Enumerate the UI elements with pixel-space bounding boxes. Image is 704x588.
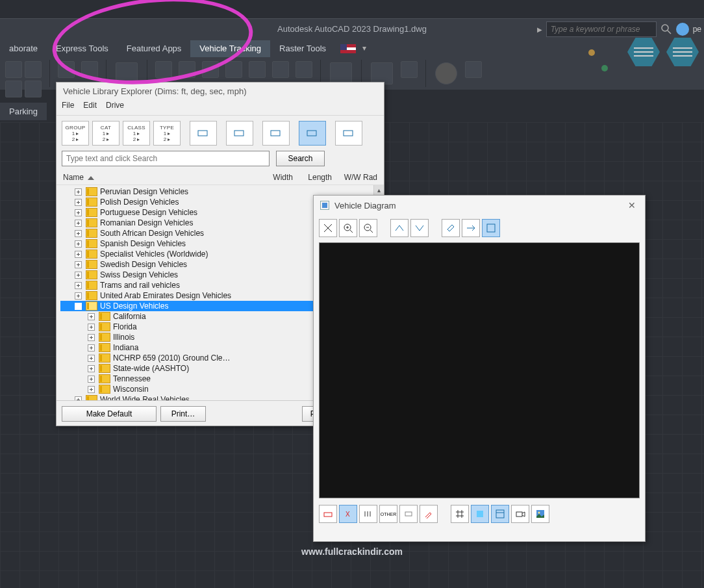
panel-tab-parking[interactable]: Parking (0, 103, 47, 120)
scroll-up-icon[interactable]: ▴ (374, 185, 384, 196)
tree-icon[interactable] (190, 121, 217, 146)
ribbon-tab[interactable]: Featured Apps (118, 40, 191, 57)
ribbon-tabs: aborateExpress ToolsFeatured AppsVehicle… (0, 40, 704, 57)
zoom-out-icon[interactable] (359, 219, 377, 237)
ribbon-btn[interactable] (155, 61, 172, 78)
expand-icon[interactable] (75, 188, 82, 196)
ribbon-btn[interactable] (81, 61, 98, 78)
print-button[interactable]: Print… (160, 406, 206, 422)
view-other-icon[interactable]: OTHER (379, 505, 397, 523)
col-length-label[interactable]: Length (293, 173, 332, 182)
tree-label: Swiss Design Vehicles (100, 270, 178, 280)
table-icon[interactable] (335, 121, 362, 146)
make-default-button[interactable]: Make Default (62, 406, 157, 422)
vle-menu-item[interactable]: Drive (106, 101, 124, 115)
help-icon[interactable] (435, 62, 457, 84)
tree-label: Indiana (113, 342, 138, 353)
fill-icon[interactable] (471, 505, 489, 523)
user-avatar[interactable] (676, 23, 689, 36)
ribbon-btn[interactable] (371, 62, 393, 84)
expand-icon[interactable] (75, 292, 82, 300)
vd-preview-area[interactable] (319, 242, 640, 498)
expand-icon[interactable] (75, 220, 82, 227)
vle-menu-item[interactable]: Edit (83, 101, 97, 115)
close-icon[interactable]: ✕ (625, 199, 638, 212)
vle-filter-button[interactable]: CAT1 ▸2 ▸ (92, 121, 119, 146)
expand-icon[interactable] (75, 272, 82, 279)
expand-icon[interactable] (88, 344, 95, 352)
vle-filter-button[interactable]: TYPE1 ▸2 ▸ (153, 121, 181, 146)
ribbon-btn[interactable] (401, 61, 418, 78)
ribbon-btn[interactable] (58, 61, 75, 78)
truck-icon[interactable] (262, 121, 290, 146)
view-toggle-icon[interactable] (482, 219, 500, 237)
ribbon-btn[interactable] (295, 61, 312, 78)
camera-icon[interactable] (511, 505, 529, 523)
zoom-extents-icon[interactable] (319, 219, 337, 237)
expand-icon[interactable] (88, 365, 95, 372)
ribbon-btn[interactable] (330, 62, 352, 84)
vle-filter-button[interactable]: CLASS1 ▸2 ▸ (123, 121, 150, 146)
ribbon-btn[interactable] (179, 61, 195, 78)
search-icon[interactable] (660, 23, 672, 35)
col-width-label[interactable]: Width (254, 173, 293, 182)
col-rad-label[interactable]: W/W Rad (332, 173, 377, 182)
dimension-icon[interactable] (410, 219, 429, 237)
expand-icon[interactable] (75, 209, 82, 216)
flag-icon[interactable] (340, 44, 356, 53)
col-name-label[interactable]: Name (63, 173, 84, 182)
grid-icon[interactable] (451, 505, 469, 523)
ribbon-tab[interactable]: Express Tools (47, 40, 118, 57)
window-icon[interactable] (491, 505, 509, 523)
expand-icon[interactable] (75, 230, 82, 237)
expand-icon[interactable] (88, 313, 95, 320)
ribbon-btn[interactable] (272, 61, 289, 78)
expand-icon[interactable] (75, 282, 82, 289)
expand-icon[interactable] (75, 261, 82, 268)
ribbon-tab[interactable]: Raster Tools (270, 40, 335, 57)
expand-icon[interactable] (75, 396, 82, 402)
expand-icon[interactable] (88, 324, 95, 331)
expand-icon[interactable] (75, 251, 82, 258)
view-pencil-icon[interactable] (420, 505, 438, 523)
vehicle-diagram-window[interactable]: Vehicle Diagram ✕ X OTHER (313, 195, 646, 542)
expand-icon[interactable] (75, 240, 82, 248)
search-input[interactable] (546, 21, 657, 37)
vle-filter-button[interactable]: GROUP1 ▸2 ▸ (62, 121, 89, 146)
expand-icon[interactable] (88, 376, 95, 383)
edit-icon[interactable] (442, 219, 460, 237)
edit-icon[interactable] (462, 219, 480, 237)
expand-icon[interactable] (88, 355, 95, 362)
ribbon-btn[interactable] (202, 61, 219, 78)
tree-label: California (113, 311, 146, 322)
ribbon-btn[interactable] (249, 61, 266, 78)
dimension-icon[interactable] (390, 219, 409, 237)
view-rear-icon[interactable] (399, 505, 418, 523)
svg-point-32 (538, 512, 540, 514)
ribbon-tab[interactable]: Vehicle Tracking (190, 40, 270, 57)
ribbon-btn[interactable] (465, 61, 482, 78)
ribbon-btn[interactable] (5, 61, 22, 78)
view-plan-icon[interactable] (319, 505, 337, 523)
chevron-down-icon[interactable]: ▾ (361, 40, 368, 57)
image-icon[interactable] (531, 505, 549, 523)
expand-icon[interactable] (88, 386, 95, 393)
view-side-icon[interactable]: X (339, 505, 357, 523)
expand-icon[interactable] (88, 334, 95, 341)
ribbon-btn[interactable] (5, 81, 22, 97)
view-front-icon[interactable] (359, 505, 377, 523)
ribbon-btn[interactable] (25, 81, 42, 97)
ribbon-btn[interactable] (116, 62, 138, 84)
container-icon[interactable] (226, 121, 253, 146)
vle-search-button[interactable]: Search (276, 151, 325, 166)
expand-icon[interactable] (75, 303, 82, 310)
decorative-badges (627, 38, 699, 66)
ribbon-tab[interactable]: aborate (0, 40, 47, 57)
vle-search-input[interactable] (62, 151, 270, 166)
arm-icon[interactable] (299, 121, 326, 146)
expand-icon[interactable] (75, 199, 82, 206)
ribbon-btn[interactable] (225, 61, 242, 78)
ribbon-btn[interactable] (25, 61, 42, 78)
vle-menu-item[interactable]: File (62, 101, 74, 115)
zoom-in-icon[interactable] (339, 219, 357, 237)
